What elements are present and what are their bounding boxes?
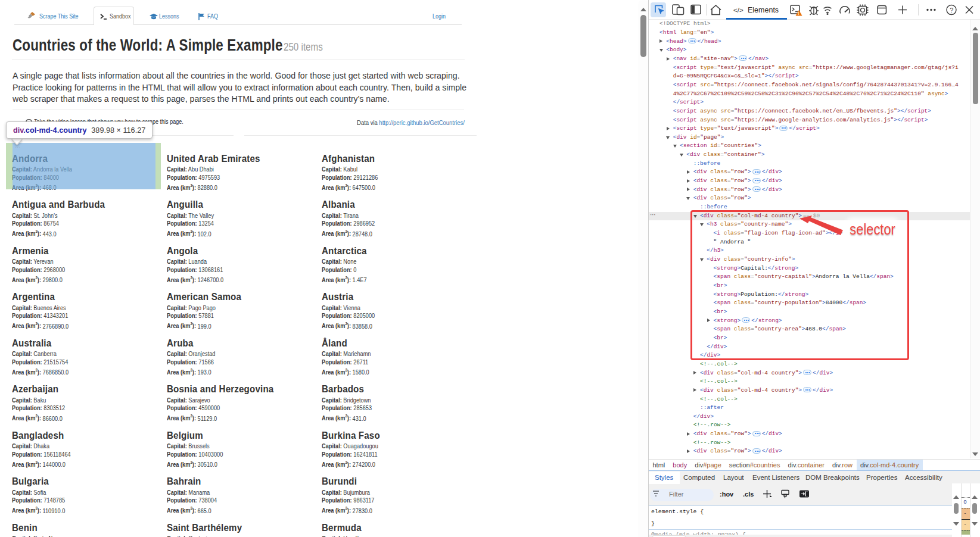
svg-text:Filter: Filter [669,491,684,498]
svg-text:.cls: .cls [743,491,754,498]
svg-text:Elements: Elements [748,6,779,14]
svg-text:?: ? [950,7,953,14]
svg-text:</>: </> [733,7,743,14]
svg-text:!: ! [798,11,799,15]
svg-text::hov: :hov [720,491,734,498]
